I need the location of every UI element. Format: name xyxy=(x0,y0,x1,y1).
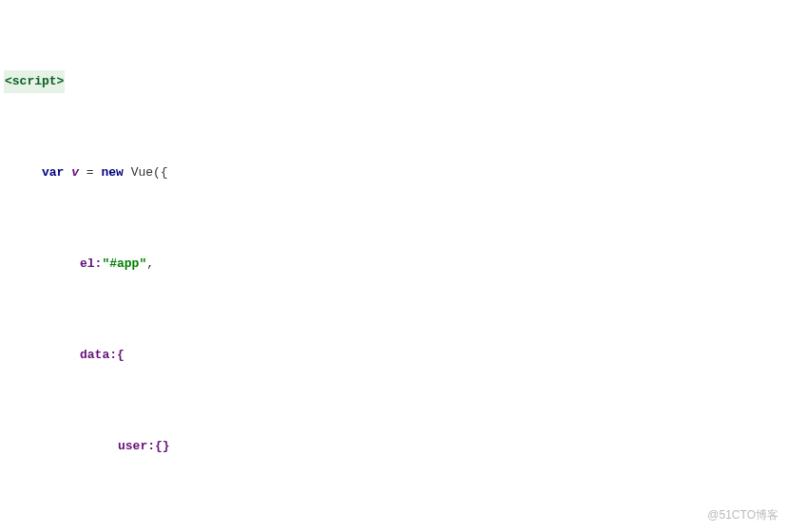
assign: = xyxy=(79,162,101,184)
key-data: data:{ xyxy=(80,344,125,367)
vue-call: Vue({ xyxy=(124,162,168,184)
code-line: data:{ xyxy=(4,344,788,367)
key-user: user:{} xyxy=(118,435,170,458)
code-line: el:"#app", xyxy=(4,253,788,276)
code-line: }, xyxy=(4,526,788,532)
script-tag: <script> xyxy=(4,70,65,93)
keyword-new: new xyxy=(101,162,123,184)
close-brace: }, xyxy=(80,526,95,532)
watermark: @51CTO博客 xyxy=(707,504,778,526)
string-app: "#app" xyxy=(102,253,146,276)
code-line: var v = new Vue({ xyxy=(4,162,788,184)
key-el: el: xyxy=(80,253,102,276)
var-name: v xyxy=(71,162,79,184)
code-line: user:{} xyxy=(4,435,788,458)
comma: , xyxy=(146,253,154,276)
code-editor[interactable]: <script> var v = new Vue({ el:"#app", da… xyxy=(0,0,788,532)
keyword-var: var xyxy=(42,162,64,184)
code-line: <script> xyxy=(4,70,788,93)
